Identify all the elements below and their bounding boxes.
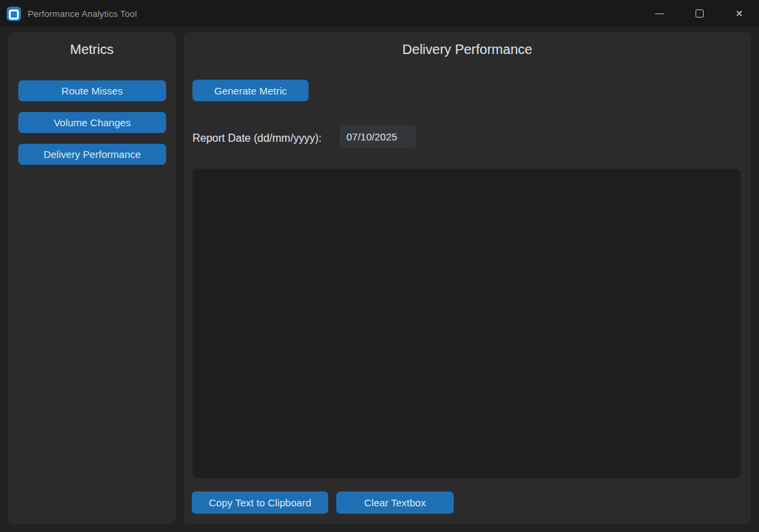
output-textbox[interactable] bbox=[192, 169, 741, 478]
minimize-icon bbox=[655, 14, 664, 14]
report-date-input[interactable] bbox=[340, 125, 416, 148]
generate-metric-button[interactable]: Generate Metric bbox=[192, 80, 309, 101]
window-controls: ✕ bbox=[639, 0, 759, 27]
app-icon bbox=[7, 7, 21, 21]
maximize-icon bbox=[696, 9, 704, 18]
sidebar-title: Metrics bbox=[8, 42, 176, 57]
clear-textbox-button[interactable]: Clear Textbox bbox=[336, 491, 454, 514]
titlebar: Performance Analytics Tool ✕ bbox=[0, 0, 759, 27]
close-icon: ✕ bbox=[735, 9, 743, 18]
sidebar-button-route-misses[interactable]: Route Misses bbox=[18, 80, 166, 101]
copy-to-clipboard-button[interactable]: Copy Text to Clipboard bbox=[192, 491, 328, 514]
sidebar-button-delivery-performance[interactable]: Delivery Performance bbox=[18, 144, 166, 165]
maximize-button[interactable] bbox=[679, 0, 719, 27]
close-button[interactable]: ✕ bbox=[719, 0, 759, 27]
minimize-button[interactable] bbox=[639, 0, 679, 27]
sidebar-button-volume-changes[interactable]: Volume Changes bbox=[18, 112, 166, 133]
main-panel: Delivery Performance Generate Metric Rep… bbox=[184, 32, 751, 524]
metrics-sidebar: Metrics Route Misses Volume Changes Deli… bbox=[8, 32, 176, 524]
page-title: Delivery Performance bbox=[184, 42, 751, 57]
report-date-label: Report Date (dd/mm/yyyy): bbox=[192, 132, 321, 144]
window-title: Performance Analytics Tool bbox=[28, 9, 137, 19]
